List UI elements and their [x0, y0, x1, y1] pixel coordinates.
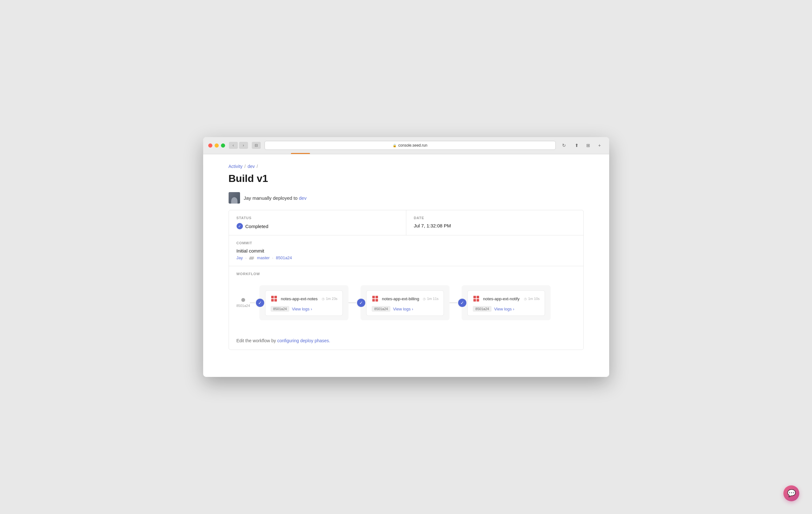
- service-1-icon-cell-1: [271, 296, 274, 298]
- add-button[interactable]: +: [595, 142, 604, 149]
- service-3-icon-grid: [473, 296, 479, 302]
- commit-hash[interactable]: 8501a24: [276, 255, 292, 260]
- traffic-lights: [208, 143, 225, 148]
- url-text: console.seed.run: [398, 143, 427, 148]
- share-button[interactable]: ⬆: [572, 142, 581, 149]
- deploy-info: Jay manually deployed to dev: [229, 192, 584, 204]
- service-3-time: ◷ 1m 10s: [524, 297, 540, 301]
- service-3-check-icon: ✓: [457, 298, 467, 308]
- service-card-2: notes-app-ext-billing ◷ 1m 11s 8501a24 V…: [360, 285, 450, 320]
- browser-window: ‹ › ⊟ 🔒 console.seed.run ↻ ⬆ ⊞ + Activit…: [203, 137, 609, 377]
- workflow-start: 8501a24: [236, 298, 250, 308]
- date-cell: DATE Jul 7, 1:32:08 PM: [406, 210, 583, 235]
- service-1-icon-grid: [271, 296, 277, 302]
- edit-workflow-text: Edit the workflow by: [236, 338, 276, 343]
- deploy-target-link[interactable]: dev: [299, 195, 307, 201]
- service-1-name: notes-app-ext-notes: [281, 296, 318, 301]
- service-2-icon-cell-2: [375, 296, 378, 298]
- deploy-action: manually deployed to: [253, 195, 299, 201]
- lock-icon: 🔒: [393, 144, 397, 147]
- service-1-time-icon: ◷: [322, 297, 325, 301]
- service-3-icon: [473, 295, 480, 302]
- service-3-footer: 8501a24 View logs ›: [473, 306, 540, 312]
- service-3-icon-cell-4: [476, 299, 479, 302]
- commit-dot-2: ·: [272, 255, 273, 260]
- fullscreen-button[interactable]: [221, 143, 225, 148]
- service-2-name: notes-app-ext-billing: [382, 296, 419, 301]
- service-1-time: ◷ 1m 23s: [322, 297, 337, 301]
- service-1-hash: 8501a24: [270, 306, 289, 312]
- sidebar-toggle[interactable]: ⊟: [252, 142, 261, 149]
- service-2-icon: [372, 295, 379, 302]
- service-2-icon-cell-3: [372, 299, 375, 302]
- info-card: STATUS ✓ Completed DATE Jul 7, 1:32:08 P…: [229, 210, 584, 350]
- page-content: Activity / dev / Build v1 Jay manually d…: [203, 154, 609, 377]
- service-2-check-icon: ✓: [356, 298, 366, 308]
- service-2-icon-grid: [372, 296, 378, 302]
- service-1-header: notes-app-ext-notes ◷ 1m 23s: [270, 295, 337, 302]
- avatar-silhouette: [231, 197, 237, 204]
- service-card-wrapper-2: ✓: [360, 285, 450, 320]
- service-2-view-logs[interactable]: View logs ›: [393, 307, 413, 311]
- service-2-icon-cell-4: [375, 299, 378, 302]
- status-date-row: STATUS ✓ Completed DATE Jul 7, 1:32:08 P…: [229, 210, 583, 235]
- commit-label: COMMIT: [236, 241, 576, 245]
- breadcrumb-activity[interactable]: Activity: [229, 164, 242, 169]
- avatar-image: [229, 192, 240, 204]
- service-2-time: ◷ 1m 11s: [423, 297, 438, 301]
- breadcrumb-dev[interactable]: dev: [248, 164, 255, 169]
- status-label: STATUS: [236, 216, 398, 220]
- edit-workflow: Edit the workflow by configuring deploy …: [229, 333, 583, 349]
- service-2-hash: 8501a24: [372, 306, 390, 312]
- status-value: ✓ Completed: [236, 223, 398, 229]
- breadcrumb-sep-1: /: [244, 164, 246, 169]
- browser-chrome: ‹ › ⊟ 🔒 console.seed.run ↻ ⬆ ⊞ +: [203, 137, 609, 154]
- commit-meta: Jay · ᚏ master · 8501a24: [236, 255, 576, 260]
- service-1-icon-cell-3: [271, 299, 274, 302]
- service-card-wrapper-1: ✓: [259, 285, 348, 320]
- service-3-icon-cell-1: [473, 296, 476, 298]
- date-value: Jul 7, 1:32:08 PM: [414, 223, 576, 228]
- service-3-name: notes-app-ext-notify: [483, 296, 520, 301]
- deploy-user: Jay: [244, 195, 251, 201]
- configure-deploy-phases-link[interactable]: configuring deploy phases.: [277, 338, 330, 343]
- back-button[interactable]: ‹: [229, 142, 238, 149]
- workflow-start-dot: [241, 298, 245, 302]
- tab-bar: [208, 153, 604, 154]
- chat-button[interactable]: 💬: [783, 485, 799, 501]
- service-3-view-logs[interactable]: View logs ›: [494, 307, 514, 311]
- workflow-section: WORKFLOW 8501a24 ✓: [229, 266, 583, 333]
- commit-section: COMMIT Initial commit Jay · ᚏ master · 8…: [229, 235, 583, 266]
- new-tab-button[interactable]: ⊞: [584, 142, 592, 149]
- address-bar[interactable]: 🔒 console.seed.run: [264, 141, 556, 150]
- service-1-icon-cell-2: [274, 296, 277, 298]
- service-card-3-inner: notes-app-ext-notify ◷ 1m 10s 8501a24 Vi…: [467, 290, 545, 316]
- refresh-button[interactable]: ↻: [559, 142, 569, 149]
- tab-active-indicator: [291, 153, 310, 154]
- nav-buttons: ‹ ›: [229, 142, 248, 149]
- service-1-icon: [270, 295, 278, 302]
- service-2-time-icon: ◷: [423, 297, 426, 301]
- workflow-diagram: 8501a24 ✓: [236, 282, 576, 323]
- close-button[interactable]: [208, 143, 212, 148]
- service-3-time-icon: ◷: [524, 297, 527, 301]
- service-1-footer: 8501a24 View logs ›: [270, 306, 337, 312]
- breadcrumb-sep-2: /: [257, 164, 258, 169]
- service-3-header: notes-app-ext-notify ◷ 1m 10s: [473, 295, 540, 302]
- avatar: [229, 192, 240, 204]
- service-1-view-logs[interactable]: View logs ›: [292, 307, 312, 311]
- page-title: Build v1: [229, 173, 584, 184]
- forward-button[interactable]: ›: [239, 142, 248, 149]
- service-3-icon-cell-2: [476, 296, 479, 298]
- completed-check-icon: ✓: [236, 223, 243, 229]
- service-2-footer: 8501a24 View logs ›: [372, 306, 438, 312]
- service-card-1: notes-app-ext-notes ◷ 1m 23s 8501a24 Vie…: [259, 285, 348, 320]
- branch-icon: ᚏ: [249, 256, 254, 260]
- browser-actions: ⬆ ⊞ +: [572, 142, 604, 149]
- commit-author[interactable]: Jay: [236, 255, 243, 260]
- commit-branch[interactable]: master: [257, 255, 270, 260]
- service-card-wrapper-3: ✓: [462, 285, 551, 320]
- minimize-button[interactable]: [214, 143, 219, 148]
- status-cell: STATUS ✓ Completed: [229, 210, 406, 235]
- service-3-hash: 8501a24: [473, 306, 492, 312]
